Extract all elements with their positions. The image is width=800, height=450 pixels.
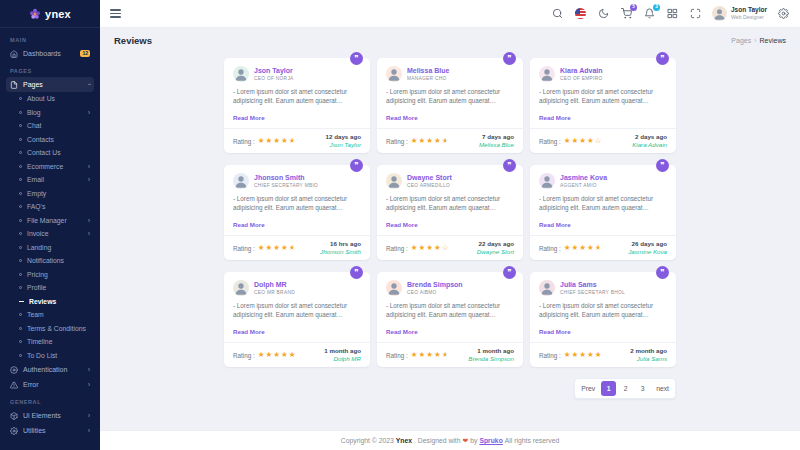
- reviewer-signature: Jhonson Smith: [320, 248, 361, 256]
- rating-label: Rating :: [386, 138, 408, 145]
- sidebar-subitem-label: Invoice: [27, 230, 49, 237]
- sidebar-item-invoice[interactable]: Invoice ›: [6, 227, 94, 241]
- sidebar-item-terms-conditions[interactable]: Terms & Conditions: [6, 322, 94, 336]
- pagination-page-1[interactable]: 1: [601, 381, 616, 396]
- breadcrumb: Pages › Reviews: [731, 37, 786, 44]
- authentication-icon: [10, 366, 18, 374]
- footer-brand: Ynex: [396, 437, 412, 444]
- reviewer-name[interactable]: Brenda Simpson: [407, 281, 463, 289]
- sidebar-item-pages[interactable]: Pages ›: [6, 77, 94, 92]
- star-rating: ★★★★★: [258, 351, 297, 359]
- quote-icon: [350, 159, 363, 172]
- quote-icon: [350, 52, 363, 65]
- sidebar-item-faq-s[interactable]: FAQ's: [6, 200, 94, 214]
- reviews-grid: Json Taylor CEO OF NORJA - Lorem ipsum d…: [224, 58, 676, 367]
- footer: Copyright © 2023 Ynex . Designed with ❤ …: [100, 430, 800, 450]
- star-rating: ★★★★★: [411, 351, 450, 359]
- sidebar-subitem-label: Pricing: [27, 271, 48, 278]
- read-more-link[interactable]: Read More: [539, 221, 571, 228]
- read-more-link[interactable]: Read More: [386, 328, 418, 335]
- sidebar-item-ecommerce[interactable]: Ecommerce ›: [6, 160, 94, 174]
- read-more-link[interactable]: Read More: [539, 114, 571, 121]
- sidebar-item-notifications[interactable]: Notifications: [6, 254, 94, 268]
- fullscreen-icon[interactable]: [689, 7, 702, 20]
- main-content: Reviews Pages › Reviews Json Taylor CEO …: [100, 28, 800, 450]
- sidebar-subitem-label: To Do List: [27, 352, 57, 359]
- sidebar-item-chat[interactable]: Chat: [6, 119, 94, 133]
- pagination-next[interactable]: next: [652, 381, 673, 396]
- reviewer-name[interactable]: Jhonson Smith: [254, 174, 318, 182]
- sidebar-item-to-do-list[interactable]: To Do List: [6, 349, 94, 363]
- sidebar-item-authentication[interactable]: Authentication ›: [6, 362, 94, 377]
- read-more-link[interactable]: Read More: [233, 114, 265, 121]
- reviewer-name[interactable]: Kiara Advain: [560, 67, 603, 75]
- pagination-page-2[interactable]: 2: [618, 381, 633, 396]
- sidebar-item-email[interactable]: Email ›: [6, 173, 94, 187]
- quote-icon: [656, 266, 669, 279]
- read-more-link[interactable]: Read More: [539, 328, 571, 335]
- pagination-prev[interactable]: Prev: [577, 381, 599, 396]
- reviewer-name[interactable]: Julia Sams: [560, 281, 625, 289]
- read-more-link[interactable]: Read More: [233, 328, 265, 335]
- review-time: 7 days ago: [479, 133, 514, 141]
- dark-mode-moon-icon[interactable]: [597, 7, 610, 20]
- sidebar-item-reviews[interactable]: Reviews: [6, 295, 94, 309]
- sidebar-item-team[interactable]: Team: [6, 308, 94, 322]
- search-icon[interactable]: [551, 7, 564, 20]
- sidebar-item-empty[interactable]: Empty: [6, 187, 94, 201]
- reviewer-name[interactable]: Jasmine Kova: [560, 174, 607, 182]
- user-name: Json Taylor: [731, 6, 767, 14]
- sidebar-item-error[interactable]: Error ›: [6, 377, 94, 392]
- breadcrumb-parent-link[interactable]: Pages: [731, 37, 751, 44]
- rating-label: Rating :: [539, 138, 561, 145]
- reviewer-name[interactable]: Melissa Blue: [407, 67, 449, 75]
- chevron-right-icon: ›: [88, 217, 90, 224]
- user-menu[interactable]: Json Taylor Web Designer: [712, 6, 767, 21]
- sidebar-subitem-label: Notifications: [27, 257, 64, 264]
- menu-toggle-icon[interactable]: [110, 7, 121, 20]
- bullet-icon: [19, 313, 22, 316]
- sidebar-item-ui-elements[interactable]: Ui Elements ›: [6, 408, 94, 423]
- page-title: Reviews: [114, 35, 152, 46]
- reviewer-avatar: [539, 66, 555, 82]
- read-more-link[interactable]: Read More: [233, 221, 265, 228]
- sidebar-item-contact-us[interactable]: Contact Us: [6, 146, 94, 160]
- reviewer-name[interactable]: Dwayne Stort: [407, 174, 452, 182]
- brand-logo[interactable]: ynex: [0, 0, 100, 28]
- sidebar-item-landing[interactable]: Landing: [6, 241, 94, 255]
- read-more-link[interactable]: Read More: [386, 114, 418, 121]
- reviewer-name[interactable]: Json Taylor: [254, 67, 294, 75]
- chevron-icon: ›: [88, 381, 90, 388]
- chevron-right-icon: ›: [88, 176, 90, 183]
- review-time: 16 hrs ago: [320, 240, 361, 248]
- settings-gear-icon[interactable]: [777, 7, 790, 20]
- sidebar-item-dashboards[interactable]: Dashboards 12: [6, 46, 94, 61]
- notifications-bell-icon[interactable]: 3: [643, 7, 656, 20]
- sidebar-subitem-label: File Manager: [27, 217, 67, 224]
- chevron-right-icon: ›: [88, 109, 90, 116]
- read-more-link[interactable]: Read More: [386, 221, 418, 228]
- sidebar-subitem-label: Terms & Conditions: [27, 325, 86, 332]
- rating-label: Rating :: [233, 138, 255, 145]
- sidebar: ynex MAIN Dashboards 12 PAGES Pages › Ab…: [0, 0, 100, 450]
- language-flag-icon[interactable]: [574, 7, 587, 20]
- sidebar-item-contacts[interactable]: Contacts: [6, 133, 94, 147]
- footer-spruko-link[interactable]: Spruko: [479, 437, 502, 444]
- pagination-page-3[interactable]: 3: [635, 381, 650, 396]
- reviewer-name[interactable]: Dolph MR: [254, 281, 295, 289]
- reviewer-avatar: [539, 280, 555, 296]
- review-text: - Lorem ipsum dolor sit amet consectetur…: [386, 194, 514, 213]
- sidebar-item-blog[interactable]: Blog ›: [6, 106, 94, 120]
- bullet-icon: [19, 111, 22, 114]
- cart-icon[interactable]: 5: [620, 7, 633, 20]
- sidebar-item-profile[interactable]: Profile: [6, 281, 94, 295]
- review-text: - Lorem ipsum dolor sit amet consectetur…: [386, 87, 514, 106]
- sidebar-item-file-manager[interactable]: File Manager ›: [6, 214, 94, 228]
- sidebar-item-pricing[interactable]: Pricing: [6, 268, 94, 282]
- sidebar-item-timeline[interactable]: Timeline: [6, 335, 94, 349]
- quote-icon: [656, 159, 669, 172]
- apps-grid-icon[interactable]: [666, 7, 679, 20]
- bullet-icon: [19, 232, 22, 235]
- sidebar-item-utilities[interactable]: Utilities ›: [6, 423, 94, 438]
- sidebar-item-about-us[interactable]: About Us: [6, 92, 94, 106]
